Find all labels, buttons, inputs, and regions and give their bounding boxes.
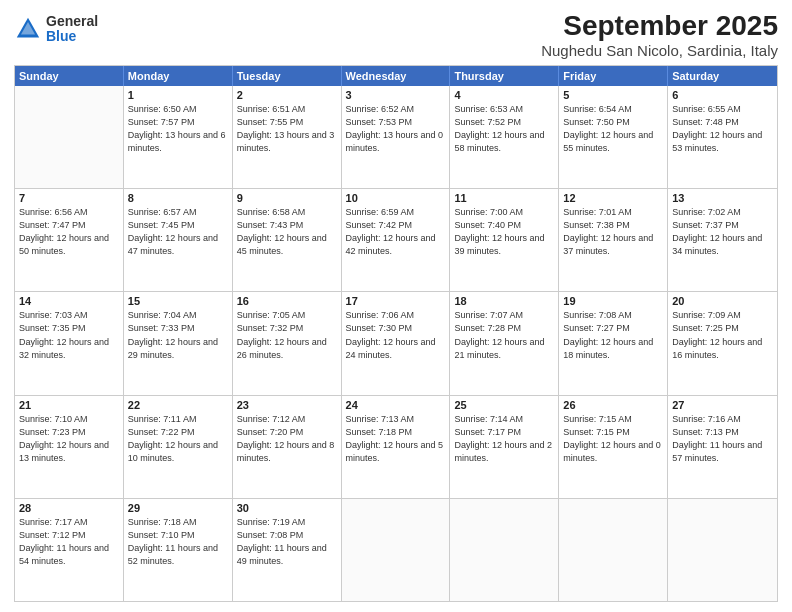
logo: General Blue [14,14,98,45]
cal-cell: 17Sunrise: 7:06 AM Sunset: 7:30 PM Dayli… [342,292,451,394]
cal-cell [668,499,777,601]
cal-cell: 15Sunrise: 7:04 AM Sunset: 7:33 PM Dayli… [124,292,233,394]
cal-cell: 19Sunrise: 7:08 AM Sunset: 7:27 PM Dayli… [559,292,668,394]
day-of-week-monday: Monday [124,66,233,86]
day-of-week-thursday: Thursday [450,66,559,86]
sun-info: Sunrise: 6:51 AM Sunset: 7:55 PM Dayligh… [237,103,337,155]
day-number: 3 [346,89,446,101]
day-number: 23 [237,399,337,411]
day-number: 14 [19,295,119,307]
sun-info: Sunrise: 7:13 AM Sunset: 7:18 PM Dayligh… [346,413,446,465]
cal-cell: 18Sunrise: 7:07 AM Sunset: 7:28 PM Dayli… [450,292,559,394]
week-row-1: 1Sunrise: 6:50 AM Sunset: 7:57 PM Daylig… [15,86,777,188]
logo-text: General Blue [46,14,98,45]
cal-cell: 9Sunrise: 6:58 AM Sunset: 7:43 PM Daylig… [233,189,342,291]
cal-cell: 12Sunrise: 7:01 AM Sunset: 7:38 PM Dayli… [559,189,668,291]
sun-info: Sunrise: 6:56 AM Sunset: 7:47 PM Dayligh… [19,206,119,258]
cal-cell [342,499,451,601]
calendar: SundayMondayTuesdayWednesdayThursdayFrid… [14,65,778,602]
week-row-5: 28Sunrise: 7:17 AM Sunset: 7:12 PM Dayli… [15,498,777,601]
day-number: 29 [128,502,228,514]
sun-info: Sunrise: 7:08 AM Sunset: 7:27 PM Dayligh… [563,309,663,361]
day-number: 17 [346,295,446,307]
day-number: 30 [237,502,337,514]
cal-cell: 5Sunrise: 6:54 AM Sunset: 7:50 PM Daylig… [559,86,668,188]
day-number: 26 [563,399,663,411]
cal-cell: 23Sunrise: 7:12 AM Sunset: 7:20 PM Dayli… [233,396,342,498]
cal-cell: 14Sunrise: 7:03 AM Sunset: 7:35 PM Dayli… [15,292,124,394]
sun-info: Sunrise: 7:01 AM Sunset: 7:38 PM Dayligh… [563,206,663,258]
page: General Blue September 2025 Nughedu San … [0,0,792,612]
sun-info: Sunrise: 7:02 AM Sunset: 7:37 PM Dayligh… [672,206,773,258]
day-number: 1 [128,89,228,101]
sun-info: Sunrise: 7:11 AM Sunset: 7:22 PM Dayligh… [128,413,228,465]
sun-info: Sunrise: 6:55 AM Sunset: 7:48 PM Dayligh… [672,103,773,155]
logo-blue: Blue [46,29,98,44]
day-number: 2 [237,89,337,101]
sun-info: Sunrise: 6:50 AM Sunset: 7:57 PM Dayligh… [128,103,228,155]
cal-cell: 4Sunrise: 6:53 AM Sunset: 7:52 PM Daylig… [450,86,559,188]
sun-info: Sunrise: 6:52 AM Sunset: 7:53 PM Dayligh… [346,103,446,155]
day-number: 6 [672,89,773,101]
day-of-week-saturday: Saturday [668,66,777,86]
sun-info: Sunrise: 7:19 AM Sunset: 7:08 PM Dayligh… [237,516,337,568]
cal-cell: 27Sunrise: 7:16 AM Sunset: 7:13 PM Dayli… [668,396,777,498]
cal-cell: 7Sunrise: 6:56 AM Sunset: 7:47 PM Daylig… [15,189,124,291]
day-number: 25 [454,399,554,411]
day-number: 7 [19,192,119,204]
cal-cell: 20Sunrise: 7:09 AM Sunset: 7:25 PM Dayli… [668,292,777,394]
sun-info: Sunrise: 7:03 AM Sunset: 7:35 PM Dayligh… [19,309,119,361]
week-row-3: 14Sunrise: 7:03 AM Sunset: 7:35 PM Dayli… [15,291,777,394]
sun-info: Sunrise: 6:59 AM Sunset: 7:42 PM Dayligh… [346,206,446,258]
sun-info: Sunrise: 7:04 AM Sunset: 7:33 PM Dayligh… [128,309,228,361]
calendar-body: 1Sunrise: 6:50 AM Sunset: 7:57 PM Daylig… [15,86,777,601]
sun-info: Sunrise: 6:57 AM Sunset: 7:45 PM Dayligh… [128,206,228,258]
cal-cell: 28Sunrise: 7:17 AM Sunset: 7:12 PM Dayli… [15,499,124,601]
sun-info: Sunrise: 7:10 AM Sunset: 7:23 PM Dayligh… [19,413,119,465]
day-number: 4 [454,89,554,101]
sun-info: Sunrise: 7:18 AM Sunset: 7:10 PM Dayligh… [128,516,228,568]
cal-cell: 29Sunrise: 7:18 AM Sunset: 7:10 PM Dayli… [124,499,233,601]
sun-info: Sunrise: 6:54 AM Sunset: 7:50 PM Dayligh… [563,103,663,155]
day-number: 28 [19,502,119,514]
cal-cell: 6Sunrise: 6:55 AM Sunset: 7:48 PM Daylig… [668,86,777,188]
day-number: 19 [563,295,663,307]
cal-cell: 1Sunrise: 6:50 AM Sunset: 7:57 PM Daylig… [124,86,233,188]
day-of-week-wednesday: Wednesday [342,66,451,86]
cal-cell: 16Sunrise: 7:05 AM Sunset: 7:32 PM Dayli… [233,292,342,394]
cal-cell: 22Sunrise: 7:11 AM Sunset: 7:22 PM Dayli… [124,396,233,498]
day-number: 16 [237,295,337,307]
day-number: 13 [672,192,773,204]
day-number: 18 [454,295,554,307]
sun-info: Sunrise: 7:07 AM Sunset: 7:28 PM Dayligh… [454,309,554,361]
cal-cell: 2Sunrise: 6:51 AM Sunset: 7:55 PM Daylig… [233,86,342,188]
day-number: 5 [563,89,663,101]
sun-info: Sunrise: 7:05 AM Sunset: 7:32 PM Dayligh… [237,309,337,361]
day-number: 24 [346,399,446,411]
calendar-header: SundayMondayTuesdayWednesdayThursdayFrid… [15,66,777,86]
sun-info: Sunrise: 7:09 AM Sunset: 7:25 PM Dayligh… [672,309,773,361]
day-number: 27 [672,399,773,411]
sun-info: Sunrise: 7:17 AM Sunset: 7:12 PM Dayligh… [19,516,119,568]
sun-info: Sunrise: 7:06 AM Sunset: 7:30 PM Dayligh… [346,309,446,361]
day-number: 21 [19,399,119,411]
day-number: 22 [128,399,228,411]
day-number: 12 [563,192,663,204]
day-number: 10 [346,192,446,204]
day-number: 15 [128,295,228,307]
day-number: 11 [454,192,554,204]
day-of-week-tuesday: Tuesday [233,66,342,86]
cal-cell: 30Sunrise: 7:19 AM Sunset: 7:08 PM Dayli… [233,499,342,601]
sun-info: Sunrise: 7:00 AM Sunset: 7:40 PM Dayligh… [454,206,554,258]
day-number: 8 [128,192,228,204]
page-title: September 2025 [541,10,778,42]
week-row-4: 21Sunrise: 7:10 AM Sunset: 7:23 PM Dayli… [15,395,777,498]
cal-cell [15,86,124,188]
week-row-2: 7Sunrise: 6:56 AM Sunset: 7:47 PM Daylig… [15,188,777,291]
cal-cell: 21Sunrise: 7:10 AM Sunset: 7:23 PM Dayli… [15,396,124,498]
cal-cell [559,499,668,601]
logo-general: General [46,14,98,29]
cal-cell: 24Sunrise: 7:13 AM Sunset: 7:18 PM Dayli… [342,396,451,498]
cal-cell: 25Sunrise: 7:14 AM Sunset: 7:17 PM Dayli… [450,396,559,498]
cal-cell: 10Sunrise: 6:59 AM Sunset: 7:42 PM Dayli… [342,189,451,291]
